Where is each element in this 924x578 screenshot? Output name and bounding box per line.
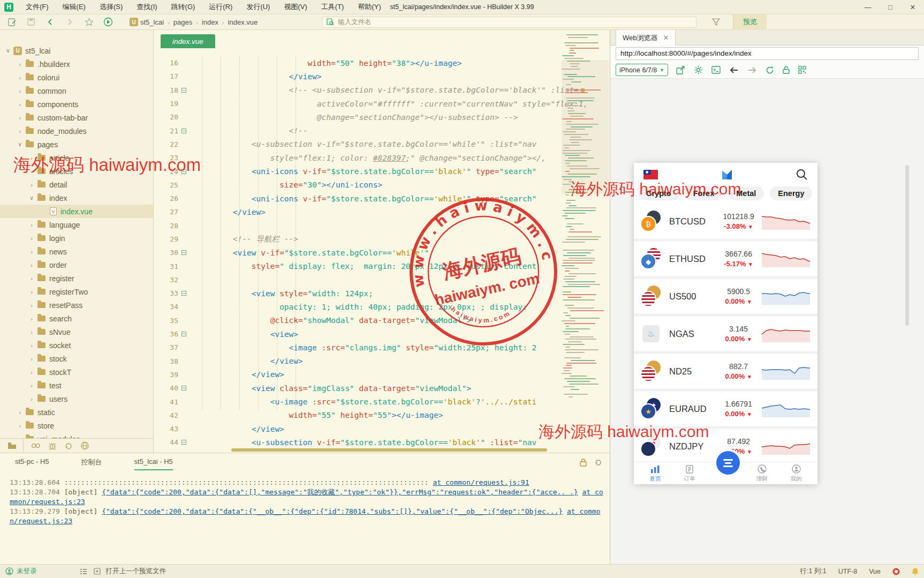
console-tab[interactable]: 控制台 (81, 457, 102, 470)
minimize-button[interactable]: — (857, 0, 879, 14)
chevron-icon[interactable]: › (28, 262, 35, 268)
chevron-icon[interactable]: › (16, 101, 24, 108)
chevron-icon[interactable]: › (16, 115, 24, 121)
tree-item-colorui[interactable]: ›colorui (0, 71, 153, 84)
chevron-icon[interactable]: › (28, 369, 35, 376)
chevron-icon[interactable]: › (28, 222, 35, 228)
tree-item-components[interactable]: ›components (0, 97, 153, 111)
log-link[interactable]: at common/request.js:91 (433, 478, 529, 486)
market-row[interactable]: ♨NGAS3.1450.00% ▼ (634, 317, 817, 350)
fold-marker-icon[interactable] (181, 129, 186, 133)
chevron-icon[interactable]: › (28, 168, 35, 175)
search-view-icon[interactable] (31, 442, 41, 449)
chevron-icon[interactable]: › (16, 128, 24, 134)
run-icon[interactable] (101, 16, 116, 28)
chevron-icon[interactable]: › (16, 88, 24, 94)
sync-view-icon[interactable] (64, 442, 73, 450)
device-select[interactable]: iPhone 6/7/8 ▼ (616, 64, 668, 76)
editor-code[interactable]: 16 width="50" height="38"></u-image>17 <… (154, 56, 561, 453)
tree-item-news[interactable]: ›news (0, 245, 153, 258)
market-row[interactable]: ND25882.70.00% ▼ (634, 355, 817, 388)
menu-item[interactable]: 运行(R) (202, 0, 239, 14)
menu-item[interactable]: 文件(F) (19, 0, 56, 14)
tree-item-stock[interactable]: ›stock (0, 352, 153, 365)
tree-item-login[interactable]: ›login (0, 231, 153, 245)
menu-item[interactable]: 查找(I) (130, 0, 164, 14)
category-tab-metal[interactable]: Metal (728, 186, 764, 200)
debug-view-icon[interactable] (48, 442, 57, 450)
menu-item[interactable]: 编辑(E) (56, 0, 93, 14)
chevron-icon[interactable]: ∨ (28, 194, 35, 201)
tree-item-resetPass[interactable]: ›resetPass (0, 298, 153, 312)
tree-item-registerTwo[interactable]: ›registerTwo (0, 285, 153, 298)
language-mode[interactable]: Vue (869, 568, 881, 575)
files-view-icon[interactable] (7, 442, 17, 449)
fold-marker-icon[interactable] (181, 169, 186, 174)
tree-item-.hbuilderx[interactable]: ›.hbuilderx (0, 57, 153, 71)
notification-bell-icon[interactable] (912, 567, 919, 575)
breadcrumb-item[interactable]: pages (173, 18, 192, 26)
open-prev-label[interactable]: 打开上一个预览文件 (106, 567, 166, 576)
chevron-icon[interactable]: › (28, 155, 35, 161)
breadcrumb-item[interactable]: st5_lcai (140, 18, 164, 26)
breadcrumb-item[interactable]: index.vue (228, 18, 258, 26)
tree-item-articles[interactable]: ›articles (0, 164, 153, 178)
encoding[interactable]: UTF-8 (838, 568, 857, 575)
browser-tab[interactable]: Web浏览器 ✕ (616, 30, 676, 46)
chevron-icon[interactable]: › (16, 423, 24, 429)
code-editor[interactable]: index.vue 16 width="50" height="38"></u-… (154, 30, 610, 453)
tree-item-detail[interactable]: ›detail (0, 178, 153, 191)
maximize-button[interactable]: □ (879, 0, 902, 14)
forward-icon[interactable] (62, 16, 77, 28)
chevron-icon[interactable]: › (28, 356, 35, 362)
market-row[interactable]: US5005900.50.00% ▼ (634, 280, 817, 313)
console-tab[interactable]: st5-pc - H5 (15, 457, 49, 470)
console-lock-icon[interactable] (580, 459, 587, 467)
horizontal-scrollbar[interactable] (231, 448, 547, 452)
tree-item-static[interactable]: ›static (0, 406, 153, 419)
chevron-icon[interactable]: › (28, 316, 35, 322)
menu-item[interactable]: 发行(U) (239, 0, 277, 14)
taiwan-flag-icon[interactable] (643, 170, 658, 179)
popout-icon[interactable] (676, 66, 685, 74)
file-search-input[interactable]: 输入文件名 (322, 17, 696, 28)
chevron-icon[interactable]: › (16, 74, 24, 81)
tree-item-custom-tab-bar[interactable]: ›custom-tab-bar (0, 111, 153, 124)
market-row[interactable]: ◆ETHUSD3667.66-5.17% ▼ (634, 242, 817, 275)
chevron-icon[interactable]: › (16, 61, 24, 67)
new-file-icon[interactable] (4, 16, 19, 28)
fold-marker-icon[interactable] (181, 88, 186, 93)
tree-item-language[interactable]: ›language (0, 218, 153, 231)
back-icon[interactable] (43, 16, 58, 28)
outline-list-icon[interactable] (80, 568, 87, 575)
breadcrumb-item[interactable]: index (202, 18, 218, 26)
back-icon[interactable] (729, 66, 739, 74)
login-status[interactable]: 未登录 (17, 567, 37, 576)
tree-item-register[interactable]: ›register (0, 272, 153, 285)
chevron-icon[interactable]: › (28, 289, 35, 295)
chevron-icon[interactable]: ∨ (16, 141, 24, 148)
preview-button[interactable]: 预览 (733, 14, 767, 30)
tab-bar-item-首页[interactable]: 首页 (641, 465, 669, 483)
menu-item[interactable]: 选择(S) (93, 0, 130, 14)
chevron-icon[interactable]: ∨ (4, 47, 12, 54)
qrcode-icon[interactable] (798, 66, 806, 74)
tree-item-users[interactable]: ›users (0, 392, 153, 406)
search-icon[interactable] (796, 169, 808, 181)
forward-icon[interactable] (747, 66, 757, 74)
tree-item-stockT[interactable]: ›stockT (0, 365, 153, 379)
tree-item-search[interactable]: ›search (0, 312, 153, 325)
tree-item-common[interactable]: ›common (0, 84, 153, 97)
console-tab[interactable]: st5_lcai - H5 (134, 457, 173, 470)
editor-file-tab[interactable]: index.vue (161, 34, 215, 48)
menu-item[interactable]: 帮助(Y) (351, 0, 388, 14)
tree-item-test[interactable]: ›test (0, 379, 153, 392)
chevron-icon[interactable]: › (28, 182, 35, 188)
category-tab-forex[interactable]: Forex (685, 186, 723, 200)
menu-item[interactable]: 工具(T) (314, 0, 351, 14)
fold-marker-icon[interactable] (181, 291, 186, 296)
network-view-icon[interactable] (80, 441, 89, 450)
vertical-scrollbar[interactable] (905, 165, 909, 326)
chevron-icon[interactable]: › (16, 409, 24, 416)
chevron-icon[interactable]: › (28, 275, 35, 282)
